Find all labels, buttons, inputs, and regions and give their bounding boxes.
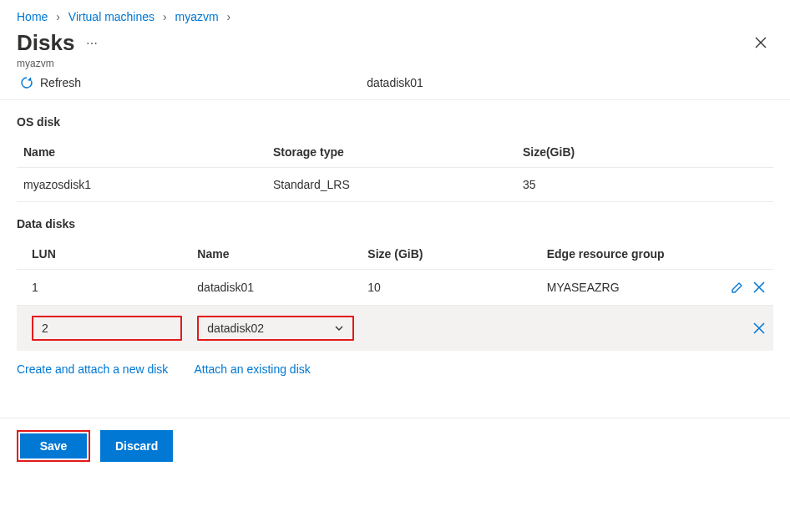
edit-icon[interactable] xyxy=(730,280,745,295)
chevron-right-icon: › xyxy=(163,10,167,23)
breadcrumb-vms[interactable]: Virtual machines xyxy=(68,10,154,23)
os-disk-table: Name Storage type Size(GiB) myazosdisk1 … xyxy=(17,137,773,202)
refresh-button[interactable]: Refresh xyxy=(20,76,81,89)
page-subtitle: myazvm xyxy=(17,58,748,69)
table-row: myazosdisk1 Standard_LRS 35 xyxy=(17,168,773,202)
refresh-icon xyxy=(20,76,33,89)
data-disk-lun: 1 xyxy=(17,270,190,306)
table-row: 2 datadisk02 xyxy=(17,306,773,352)
disk-name-select-value: datadisk02 xyxy=(207,322,264,335)
col-name: Name xyxy=(190,239,361,270)
os-disk-storage-type: Standard_LRS xyxy=(266,168,516,202)
chevron-down-icon xyxy=(334,323,344,333)
breadcrumb-home[interactable]: Home xyxy=(17,10,48,23)
os-disk-section-title: OS disk xyxy=(0,100,790,137)
data-disk-erg: MYASEAZRG xyxy=(540,270,720,306)
attach-existing-link[interactable]: Attach an existing disk xyxy=(194,362,310,376)
col-size: Size(GiB) xyxy=(516,137,773,168)
chevron-right-icon: › xyxy=(227,10,231,23)
data-disk-name: datadisk01 xyxy=(190,270,361,306)
lun-input[interactable]: 2 xyxy=(32,316,182,341)
os-disk-size: 35 xyxy=(516,168,773,202)
data-disk-size xyxy=(361,306,539,352)
col-size: Size (GiB) xyxy=(361,239,539,270)
data-disk-size: 10 xyxy=(361,270,539,306)
col-name: Name xyxy=(17,137,266,168)
delete-icon[interactable] xyxy=(752,321,767,336)
col-lun: LUN xyxy=(17,239,190,270)
os-disk-name: myazosdisk1 xyxy=(17,168,266,202)
save-button[interactable]: Save xyxy=(20,433,87,459)
disk-name-select[interactable]: datadisk02 xyxy=(197,316,354,341)
col-storage-type: Storage type xyxy=(266,137,516,168)
data-disks-table: LUN Name Size (GiB) Edge resource group … xyxy=(17,239,773,351)
close-icon[interactable] xyxy=(748,30,773,55)
table-row: 1 datadisk01 10 MYASEAZRG xyxy=(17,270,773,306)
refresh-label: Refresh xyxy=(40,76,81,89)
discard-button[interactable]: Discard xyxy=(100,430,173,462)
data-disks-section-title: Data disks xyxy=(0,202,790,239)
breadcrumb: Home › Virtual machines › myazvm › xyxy=(0,0,790,27)
delete-icon[interactable] xyxy=(752,280,767,295)
data-disk-erg xyxy=(540,306,720,352)
create-attach-link[interactable]: Create and attach a new disk xyxy=(17,362,168,376)
chevron-right-icon: › xyxy=(56,10,60,23)
breadcrumb-vm[interactable]: myazvm xyxy=(175,10,219,23)
col-erg: Edge resource group xyxy=(540,239,720,270)
more-actions-icon[interactable]: ⋯ xyxy=(86,37,99,50)
context-disk-label: datadisk01 xyxy=(367,76,423,89)
page-title: Disks xyxy=(17,30,74,56)
